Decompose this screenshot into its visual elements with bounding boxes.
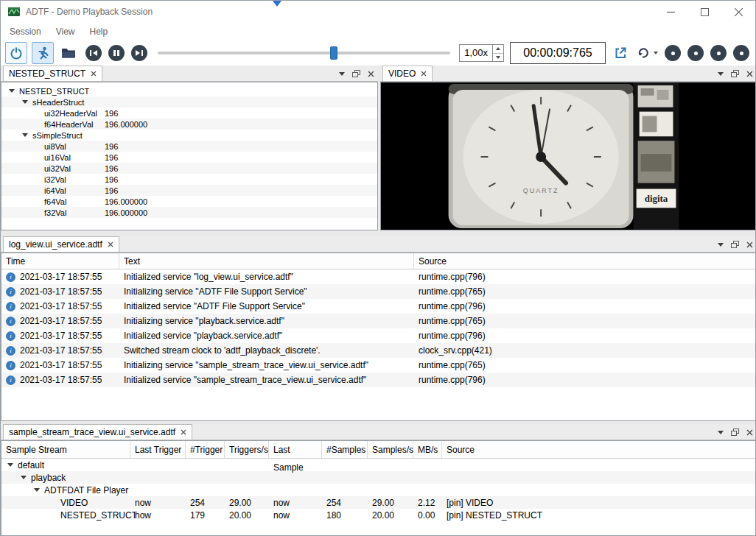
panel-close-icon[interactable] (368, 71, 374, 77)
panel-menu-icon[interactable] (718, 243, 724, 247)
panel-float-icon[interactable] (352, 70, 360, 77)
trace-stream-row[interactable]: VIDEO now 254 29.00 now 254 29.00 2.12 [… (1, 496, 756, 509)
column-header-text[interactable]: Text (119, 253, 414, 269)
titlebar: ADTF - Demo Playback Session (1, 1, 755, 23)
sample-count: 180 (322, 510, 368, 521)
tab-close-icon[interactable] (181, 429, 186, 435)
tree-row[interactable]: i64Val196 (1, 185, 377, 196)
expander-icon[interactable] (7, 463, 13, 467)
menu-session[interactable]: Session (2, 24, 49, 40)
timeline-slider-handle[interactable] (330, 46, 337, 60)
marker-button-1[interactable] (665, 45, 681, 61)
expander-icon[interactable] (22, 100, 28, 104)
panel-menu-icon[interactable] (339, 72, 345, 76)
tree-row[interactable]: sHeaderStruct (1, 96, 377, 107)
speed-spin-controls (492, 45, 503, 61)
tree-row[interactable]: ui8Val196 (1, 141, 377, 152)
column-header-mbs[interactable]: MB/s (413, 441, 442, 458)
loop-mode-button[interactable] (637, 46, 658, 60)
panel-close-icon[interactable] (746, 241, 753, 248)
log-row[interactable]: 2021-03-17 18:57:55Initialized service "… (1, 373, 756, 387)
timeline-slider-groove[interactable] (158, 52, 450, 54)
log-text: Initializing service "sample_stream_trac… (119, 360, 414, 370)
speed-down-button[interactable] (493, 54, 503, 62)
log-row[interactable]: 2021-03-17 18:57:55Initialized service "… (1, 328, 756, 343)
column-header-source[interactable]: Source (442, 441, 756, 458)
last-sample-value: now (269, 510, 322, 521)
tab-close-icon[interactable] (108, 241, 113, 247)
speed-up-button[interactable] (493, 45, 503, 54)
sample-count: 254 (322, 498, 368, 508)
tab-close-icon[interactable] (421, 71, 427, 77)
tree-row[interactable]: f64HeaderVal196.000000 (1, 119, 377, 130)
marker-button-4[interactable] (733, 45, 749, 61)
log-text: Initialized service "playback.service.ad… (119, 331, 414, 341)
panel-float-icon[interactable] (731, 241, 739, 248)
panel-float-icon[interactable] (731, 70, 739, 77)
tree-row[interactable]: f32Val196.000000 (1, 207, 377, 218)
tab-log-view[interactable]: log_view.ui_service.adtf (3, 236, 119, 252)
column-header-time[interactable]: Time (1, 253, 119, 269)
tree-row[interactable]: NESTED_STRUCT (1, 85, 377, 96)
close-button[interactable] (721, 1, 755, 23)
open-file-button[interactable] (58, 42, 79, 64)
column-header-samples[interactable]: #Samples (322, 441, 368, 458)
expander-icon[interactable] (34, 488, 40, 492)
timeline-slider[interactable] (158, 42, 450, 64)
column-header-last-trigger[interactable]: Last Trigger (130, 441, 186, 458)
column-header-source[interactable]: Source (414, 253, 756, 269)
tree-row[interactable]: ui16Val196 (1, 152, 377, 163)
trace-group-row[interactable]: ADTFDAT File Player (1, 484, 756, 496)
tab-sample-stream-trace[interactable]: sample_stream_trace_view.ui_service.adtf (3, 424, 192, 440)
tab-video[interactable]: VIDEO (382, 66, 433, 81)
menu-help[interactable]: Help (83, 24, 116, 40)
panel-menu-icon[interactable] (718, 72, 724, 76)
log-row[interactable]: 2021-03-17 18:57:55Initialized service "… (1, 299, 756, 314)
minimize-button[interactable] (654, 1, 687, 23)
playback-time-field[interactable]: 00:00:09:765 (510, 42, 606, 64)
tab-nested-struct[interactable]: NESTED_STRUCT (3, 66, 102, 81)
trace-group-row[interactable]: default (1, 459, 756, 471)
pause-button[interactable] (108, 45, 125, 61)
column-header-trigger[interactable]: #Trigger (186, 441, 225, 458)
expander-icon[interactable] (9, 89, 15, 93)
log-source: clock_srv.cpp(421) (414, 345, 756, 356)
tree-row[interactable]: ui32Val196 (1, 163, 377, 174)
run-toggle-button[interactable] (32, 42, 54, 64)
column-header-triggers-s[interactable]: Triggers/s (225, 441, 269, 458)
panel-menu-icon[interactable] (718, 431, 724, 434)
marker-button-3[interactable] (710, 45, 727, 61)
magazine-label-text: digita (645, 193, 668, 204)
log-row[interactable]: 2021-03-17 18:57:55Initializing service … (1, 314, 756, 328)
menu-view[interactable]: View (49, 24, 83, 40)
marker-button-2[interactable] (687, 45, 704, 61)
column-header-sample-stream[interactable]: Sample Stream (1, 441, 130, 458)
detach-button[interactable] (610, 42, 631, 64)
expander-icon[interactable] (22, 133, 28, 137)
playback-speed-value[interactable]: 1,00x (460, 45, 492, 61)
trace-group-row[interactable]: playback (1, 471, 756, 484)
panel-close-icon[interactable] (746, 429, 753, 436)
adtf-app-icon[interactable] (7, 5, 21, 18)
skip-to-start-button[interactable] (85, 45, 102, 61)
trace-tabstrip: sample_stream_trace_view.ui_service.adtf (1, 424, 756, 440)
log-row[interactable]: 2021-03-17 18:57:55Initialized service "… (1, 269, 756, 284)
log-row[interactable]: 2021-03-17 18:57:55Switched stream clock… (1, 343, 756, 358)
maximize-button[interactable] (687, 1, 721, 23)
tree-row[interactable]: f64Val196.000000 (1, 196, 377, 207)
tree-row[interactable]: sSimpleStruct (1, 130, 377, 141)
column-header-last-sample[interactable]: Last Sample (269, 441, 322, 458)
expander-icon[interactable] (21, 476, 27, 479)
panel-close-icon[interactable] (746, 71, 753, 77)
trace-stream-row[interactable]: NESTED_STRUCT now 179 20.00 now 180 20.0… (1, 509, 756, 521)
tree-row[interactable]: i32Val196 (1, 174, 377, 185)
skip-to-end-button[interactable] (131, 45, 147, 61)
power-toggle-button[interactable] (5, 42, 27, 64)
log-row[interactable]: 2021-03-17 18:57:55Initializing service … (1, 284, 756, 299)
tree-row[interactable]: ui32HeaderVal196 (1, 107, 377, 119)
log-row[interactable]: 2021-03-17 18:57:55Initializing service … (1, 358, 756, 373)
panel-float-icon[interactable] (731, 429, 739, 436)
tab-close-icon[interactable] (91, 71, 97, 77)
playback-speed-spinbox[interactable]: 1,00x (459, 44, 504, 62)
column-header-samples-s[interactable]: Samples/s (368, 441, 413, 458)
